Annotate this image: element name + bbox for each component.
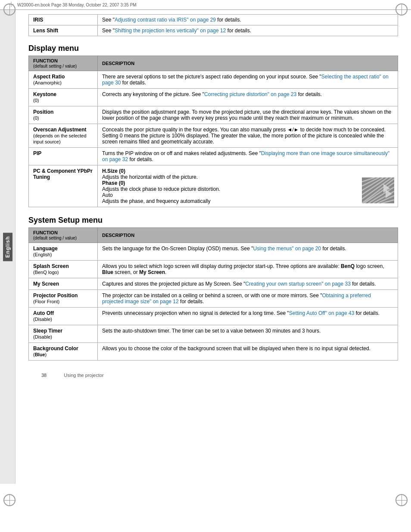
auto-off-link[interactable]: Setting Auto Off" on page 43 bbox=[289, 310, 355, 316]
table-row: Keystone(0) Corrects any keystoning of t… bbox=[29, 89, 398, 106]
display-desc-header: DESCRIPTION bbox=[98, 56, 398, 71]
lensshift-label: Lens Shift bbox=[29, 25, 98, 36]
aspect-ratio-link[interactable]: Selecting the aspect ratio" on page 30 bbox=[102, 74, 389, 86]
system-setup-menu-heading: System Setup menu bbox=[28, 216, 398, 225]
iris-link[interactable]: Adjusting contrast ratio via IRIS" on pa… bbox=[115, 17, 216, 23]
keystone-desc: Corrects any keystoning of the picture. … bbox=[98, 89, 398, 106]
iris-label: IRIS bbox=[29, 15, 98, 25]
my-screen-link[interactable]: Creating your own startup screen" on pag… bbox=[245, 281, 350, 287]
table-row: Aspect Ratio(Anamorphic) There are sever… bbox=[29, 71, 398, 89]
overscan-desc: Conceals the poor picture quality in the… bbox=[98, 124, 398, 148]
sidebar-label: English bbox=[3, 233, 12, 261]
table-row: IRIS See "Adjusting contrast ratio via I… bbox=[29, 15, 398, 25]
corner-bottom-left bbox=[3, 494, 16, 506]
footer-text: Using the projector bbox=[64, 373, 103, 378]
table-row: My Screen Captures and stores the projec… bbox=[29, 278, 398, 290]
iris-desc: See "Adjusting contrast ratio via IRIS" … bbox=[98, 15, 398, 25]
background-color-func: Background Color(Blue) bbox=[29, 343, 98, 361]
table-row: Sleep Timer(Disable) Sets the auto-shutd… bbox=[29, 325, 398, 343]
pc-tuning-desc: H.Size (0) Adjusts the horizontal width … bbox=[98, 165, 398, 207]
iris-lensshift-table: IRIS See "Adjusting contrast ratio via I… bbox=[28, 14, 398, 36]
corner-top-left bbox=[3, 3, 16, 16]
auto-off-func: Auto Off(Disable) bbox=[29, 308, 98, 325]
my-screen-desc: Captures and stores the projected pictur… bbox=[98, 278, 398, 290]
system-setup-table: FUNCTION (default setting / value) DESCR… bbox=[28, 227, 398, 361]
display-menu-heading: Display menu bbox=[28, 44, 398, 53]
pip-desc: Turns the PIP window on or off and makes… bbox=[98, 148, 398, 165]
keystone-link[interactable]: Correcting picture distortion" on page 2… bbox=[204, 91, 296, 97]
sleep-timer-desc: Sets the auto-shutdown timer. The timer … bbox=[98, 325, 398, 343]
table-row: PIP Turns the PIP window on or off and m… bbox=[29, 148, 398, 165]
projector-position-link[interactable]: Obtaining a preferred projected image si… bbox=[102, 292, 371, 305]
header-filename: W20000-en.book Page 38 Monday, October 2… bbox=[17, 3, 137, 7]
table-row: Background Color(Blue) Allows you to cho… bbox=[29, 343, 398, 361]
corner-bottom-right bbox=[395, 494, 408, 506]
table-row: PC & Component YPbPr Tuning H.Size (0) A… bbox=[29, 165, 398, 207]
keystone-func: Keystone(0) bbox=[29, 89, 98, 106]
overscan-func: Overscan Adjustment(depends on the selec… bbox=[29, 124, 98, 148]
sleep-timer-func: Sleep Timer(Disable) bbox=[29, 325, 98, 343]
corner-top-right bbox=[395, 3, 408, 16]
page-number: 38 bbox=[41, 373, 47, 378]
table-row: Lens Shift See "Shifting the projection … bbox=[29, 25, 398, 36]
system-func-header: FUNCTION (default setting / value) bbox=[29, 228, 98, 243]
pc-tuning-image bbox=[362, 177, 394, 203]
system-desc-header: DESCRIPTION bbox=[98, 228, 398, 243]
language-link[interactable]: Using the menus" on page 20 bbox=[253, 246, 321, 252]
projector-position-func: Projector Position(Floor Front) bbox=[29, 290, 98, 308]
my-screen-func: My Screen bbox=[29, 278, 98, 290]
position-func: Position(0) bbox=[29, 106, 98, 124]
splash-screen-desc: Allows you to select which logo screen w… bbox=[98, 261, 398, 278]
page-header: W20000-en.book Page 38 Monday, October 2… bbox=[0, 0, 411, 10]
background-color-desc: Allows you to choose the color of the ba… bbox=[98, 343, 398, 361]
display-menu-table: FUNCTION (default setting / value) DESCR… bbox=[28, 56, 398, 207]
display-func-header: FUNCTION (default setting / value) bbox=[29, 56, 98, 71]
projector-position-desc: The projector can be installed on a ceil… bbox=[98, 290, 398, 308]
page-footer: 38 Using the projector bbox=[28, 369, 398, 381]
table-row: Projector Position(Floor Front) The proj… bbox=[29, 290, 398, 308]
pc-tuning-func: PC & Component YPbPr Tuning bbox=[29, 165, 98, 207]
pip-func: PIP bbox=[29, 148, 98, 165]
table-row: Position(0) Displays the position adjust… bbox=[29, 106, 398, 124]
splash-screen-func: Splash Screen(BenQ logo) bbox=[29, 261, 98, 278]
language-desc: Sets the language for the On-Screen Disp… bbox=[98, 243, 398, 261]
auto-off-desc: Prevents unnecessary projection when no … bbox=[98, 308, 398, 325]
language-func: Language(English) bbox=[29, 243, 98, 261]
table-row: Auto Off(Disable) Prevents unnecessary p… bbox=[29, 308, 398, 325]
pip-link[interactable]: Displaying more than one image source si… bbox=[102, 150, 389, 162]
table-row: Overscan Adjustment(depends on the selec… bbox=[29, 124, 398, 148]
lensshift-link[interactable]: Shifting the projection lens vertically"… bbox=[115, 28, 226, 34]
position-desc: Displays the position adjustment page. T… bbox=[98, 106, 398, 124]
table-row: Splash Screen(BenQ logo) Allows you to s… bbox=[29, 261, 398, 278]
lensshift-desc: See "Shifting the projection lens vertic… bbox=[98, 25, 398, 36]
sidebar: English bbox=[0, 10, 16, 484]
aspect-ratio-func: Aspect Ratio(Anamorphic) bbox=[29, 71, 98, 89]
aspect-ratio-desc: There are several options to set the pic… bbox=[98, 71, 398, 89]
table-row: Language(English) Sets the language for … bbox=[29, 243, 398, 261]
